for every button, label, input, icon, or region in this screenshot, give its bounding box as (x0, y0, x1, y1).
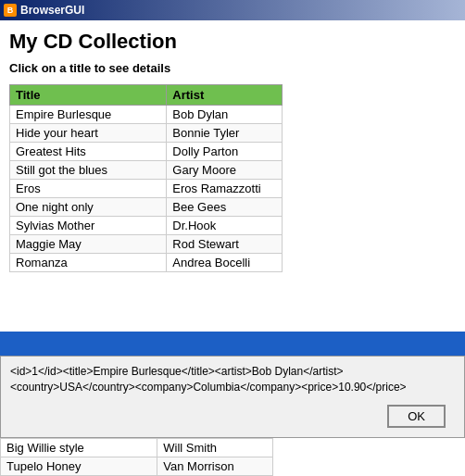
table-row[interactable]: Still got the blues Gary Moore (10, 161, 283, 180)
title-bar: B BrowserGUI (0, 0, 465, 20)
col-artist: Artist (167, 85, 283, 106)
cd-table: Title Artist Empire Burlesque Bob Dylan … (9, 84, 283, 272)
bottom-rows-table: Big Willie style Will Smith Tupelo Honey… (0, 438, 273, 476)
table-row[interactable]: Tupelo Honey Van Morrison (1, 457, 273, 476)
dialog-text: <id>1</id><title>Empire Burlesque</title… (10, 364, 455, 395)
col-title: Title (10, 85, 167, 106)
cell-artist: Bonnie Tyler (167, 124, 283, 143)
cell-artist: Will Smith (157, 439, 273, 457)
cell-title: Romanza (10, 254, 167, 272)
table-row[interactable]: Romanza Andrea Bocelli (10, 254, 283, 272)
cell-title: Eros (10, 180, 167, 198)
cell-title: Greatest Hits (10, 143, 167, 161)
table-header-row: Title Artist (10, 85, 283, 106)
dialog-overlay: <id>1</id><title>Empire Burlesque</title… (0, 332, 465, 476)
cell-artist: Eros Ramazzotti (167, 180, 283, 198)
dialog-footer: OK (10, 405, 455, 428)
app-icon: B (4, 4, 17, 17)
page-subtitle: Click on a title to see details (9, 61, 456, 75)
title-bar-label: BrowserGUI (20, 4, 84, 17)
main-content: My CD Collection Click on a title to see… (0, 20, 465, 476)
cell-artist: Gary Moore (167, 161, 283, 180)
page-heading: My CD Collection (9, 30, 456, 54)
table-row[interactable]: Maggie May Rod Stewart (10, 235, 283, 254)
dialog-blue-bar (0, 332, 465, 356)
cell-artist: Bee Gees (167, 198, 283, 217)
cell-artist: Van Morrison (157, 457, 273, 476)
dialog-box: <id>1</id><title>Empire Burlesque</title… (0, 356, 465, 438)
cell-artist: Andrea Bocelli (167, 254, 283, 272)
cell-title: Hide your heart (10, 124, 167, 143)
ok-button[interactable]: OK (387, 405, 446, 428)
table-row[interactable]: Empire Burlesque Bob Dylan (10, 106, 283, 124)
cell-title: Empire Burlesque (10, 106, 167, 124)
table-row[interactable]: One night only Bee Gees (10, 198, 283, 217)
cell-title: Tupelo Honey (1, 457, 157, 476)
table-row[interactable]: Hide your heart Bonnie Tyler (10, 124, 283, 143)
cell-title: Sylvias Mother (10, 217, 167, 235)
table-row[interactable]: Greatest Hits Dolly Parton (10, 143, 283, 161)
cell-artist: Dr.Hook (167, 217, 283, 235)
table-row[interactable]: Sylvias Mother Dr.Hook (10, 217, 283, 235)
cell-artist: Rod Stewart (167, 235, 283, 254)
cell-title: Big Willie style (1, 439, 157, 457)
cell-title: Maggie May (10, 235, 167, 254)
cell-title: Still got the blues (10, 161, 167, 180)
cell-artist: Bob Dylan (167, 106, 283, 124)
table-row[interactable]: Eros Eros Ramazzotti (10, 180, 283, 198)
table-row[interactable]: Big Willie style Will Smith (1, 439, 273, 457)
cell-title: One night only (10, 198, 167, 217)
cell-artist: Dolly Parton (167, 143, 283, 161)
